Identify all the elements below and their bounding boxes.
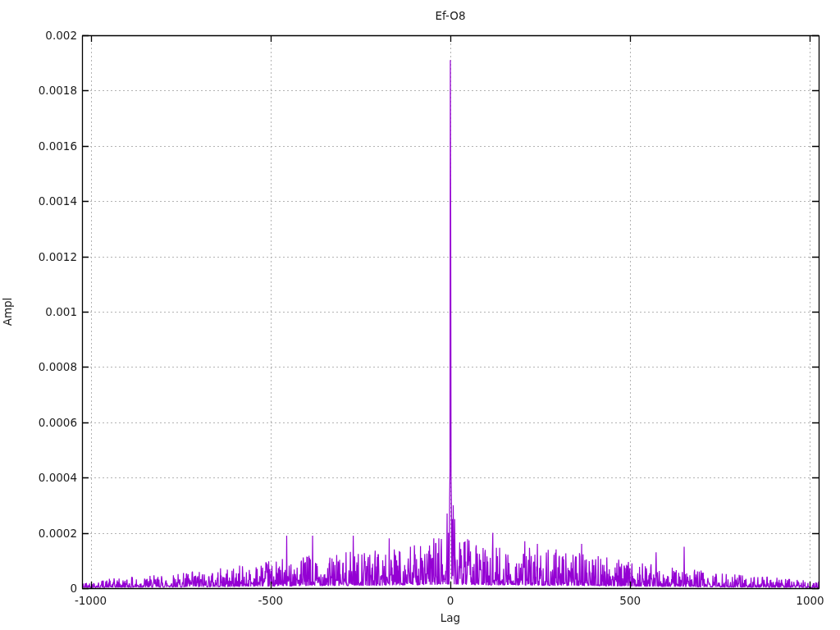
- plot-canvas: [0, 0, 840, 630]
- chart-figure: Ef-O8 Ampl Lag -1000-50005001000 00.0002…: [0, 0, 840, 630]
- y-axis-label: Ampl: [1, 283, 14, 340]
- chart-title: Ef-O8: [82, 9, 819, 22]
- x-axis-label: Lag: [82, 611, 819, 624]
